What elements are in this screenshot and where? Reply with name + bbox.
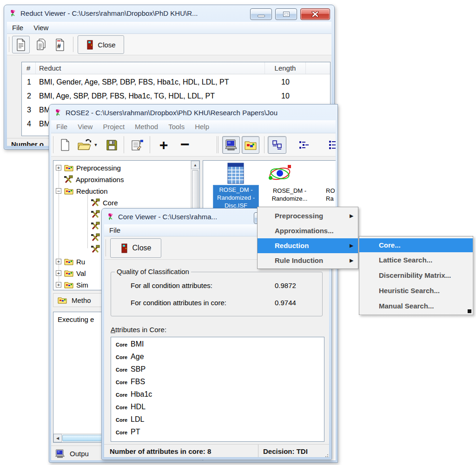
expand-plus-icon[interactable]: + <box>56 270 61 276</box>
menu-item-label: Approximations... <box>275 227 334 235</box>
small-icons-button[interactable] <box>295 136 312 154</box>
method-folder-icon <box>58 296 67 304</box>
list-item[interactable]: CoreAge <box>116 353 144 361</box>
method-folder-icon <box>64 164 73 171</box>
expand-plus-icon[interactable]: + <box>56 259 61 264</box>
atom-file-label[interactable]: ROSE_DM - Randomize... <box>264 187 315 203</box>
quality-row2-value: 0.9744 <box>275 299 296 307</box>
expand-plus-icon[interactable]: + <box>56 282 61 288</box>
core-prefix: Core <box>116 392 127 398</box>
submenu-item-manual-search[interactable]: Manual Search... <box>359 298 473 314</box>
save-button[interactable] <box>103 137 120 153</box>
tree-item-core[interactable]: Core <box>91 197 189 208</box>
list-item[interactable]: CoreHba1c <box>116 390 152 399</box>
collapse-minus-icon[interactable]: − <box>56 188 61 194</box>
list-item[interactable]: CoreHDL <box>116 403 145 411</box>
menu-item-reduction[interactable]: Reduction ▶ <box>258 238 358 253</box>
menu-file[interactable]: File <box>104 225 126 236</box>
minimize-button[interactable] <box>250 8 272 20</box>
core-attributes-listbox[interactable]: CoreBMI CoreAge CoreSBP CoreFBS CoreHba1… <box>111 337 324 442</box>
open-button[interactable]: ▼ <box>75 137 99 153</box>
new-project-button[interactable] <box>57 137 73 153</box>
menu-view[interactable]: View <box>28 22 53 33</box>
menu-project[interactable]: Project <box>98 121 130 132</box>
small-icons-icon <box>298 140 309 150</box>
menu-item-label: Discernibility Matrix... <box>379 271 451 279</box>
maximize-button[interactable] <box>275 8 297 20</box>
core-prefix: Core <box>116 367 127 373</box>
reduct-status-text: Number o <box>11 140 44 146</box>
menu-file[interactable]: File <box>7 22 28 33</box>
menu-help[interactable]: Help <box>190 121 214 132</box>
tools-icon <box>64 175 73 183</box>
copy-all-button[interactable] <box>32 36 49 53</box>
close-button[interactable] <box>300 8 330 20</box>
column-header-length[interactable]: Length <box>265 62 306 74</box>
core-prefix: Core <box>116 405 127 410</box>
isf-file-icon[interactable] <box>227 163 244 186</box>
show-numbers-button[interactable]: # <box>51 36 69 53</box>
scroll-up-icon[interactable]: ▲ <box>191 161 199 169</box>
resize-grip[interactable] <box>323 452 328 457</box>
column-header-empty[interactable] <box>306 62 330 74</box>
menu-item-approximations[interactable]: Approximations... <box>258 223 358 238</box>
tree-item-label: Val <box>76 269 86 277</box>
close-viewer-button[interactable]: Close <box>78 35 124 54</box>
document-icon <box>16 39 26 51</box>
tree-item-label: Sim <box>76 281 88 289</box>
show-project-button[interactable] <box>242 136 259 154</box>
large-icons-button[interactable] <box>268 136 286 154</box>
reduct-viewer-title: Reduct Viewer - C:\Users\rahman\Dropbox\… <box>20 9 198 17</box>
remove-button[interactable]: − <box>176 135 194 153</box>
row-num: 1 <box>22 78 36 86</box>
submenu-item-discernibility-matrix[interactable]: Discernibility Matrix... <box>359 268 473 283</box>
column-header-num[interactable]: # <box>22 62 36 74</box>
tree-item-approximations[interactable]: Approximations <box>64 174 189 184</box>
menu-method[interactable]: Method <box>130 121 163 132</box>
scroll-left-icon[interactable]: ◀ <box>53 434 62 442</box>
list-view-button[interactable] <box>324 136 336 154</box>
list-icon <box>328 140 336 150</box>
table-row[interactable]: 1 BMI, Gender, Age, SBP, DBP, FBS, Hba1c… <box>22 75 330 89</box>
atom-file-icon[interactable] <box>267 164 292 186</box>
quality-group-box: Quality of Classification For all condit… <box>111 272 323 316</box>
add-button[interactable]: + <box>154 136 173 154</box>
isf-file-label[interactable]: ROSE_DM - Randomized - Disc.ISF <box>213 185 259 210</box>
maximize-icon <box>283 12 290 17</box>
rose2-titlebar[interactable]: ROSE2 - C:\Users\rahman\Dropbox\PhD KHU\… <box>49 105 337 120</box>
label-line: Ra <box>326 195 336 203</box>
svg-text:#: # <box>57 42 61 50</box>
column-header-reduct[interactable]: Reduct <box>36 62 265 74</box>
reduction-submenu: Core... Lattice Search... Discernibility… <box>359 236 473 315</box>
tree-item-reduction[interactable]: − Reduction <box>56 186 189 196</box>
rose-icon <box>9 9 17 17</box>
open-dropdown-icon[interactable]: ▼ <box>94 143 98 147</box>
submenu-arrow-icon: ▶ <box>350 209 353 223</box>
submenu-item-heuristic-search[interactable]: Heuristic Search... <box>359 283 473 298</box>
menu-file[interactable]: File <box>51 121 73 132</box>
menu-view[interactable]: View <box>73 121 98 132</box>
expand-plus-icon[interactable]: + <box>56 165 61 170</box>
clipped-file-label[interactable]: RO Ra <box>326 187 336 203</box>
show-output-button[interactable] <box>222 136 240 154</box>
list-item[interactable]: CoreBMI <box>116 340 144 348</box>
list-item[interactable]: CorePT <box>116 428 140 436</box>
list-item[interactable]: CoreSBP <box>116 365 145 373</box>
menu-item-label: Lattice Search... <box>379 256 432 264</box>
menu-item-rule-induction[interactable]: Rule Induction ▶ <box>258 253 358 268</box>
list-item[interactable]: CoreLDL <box>116 415 144 424</box>
menu-item-preprocessing[interactable]: Preprocessing ▶ <box>258 209 358 223</box>
submenu-item-core[interactable]: Core... <box>359 238 473 252</box>
tree-item-preprocessing[interactable]: + Preprocessing <box>56 163 189 173</box>
label-line: Randomized - <box>215 194 257 202</box>
table-row[interactable]: 2 BMI, Age, SBP, DBP, FBS, Hba1c, TG, HD… <box>22 89 330 103</box>
core-prefix: Core <box>116 380 127 385</box>
close-viewer-button[interactable]: Close <box>110 238 161 258</box>
properties-button[interactable] <box>128 137 146 153</box>
attributes-label: Attributes in Core: <box>111 326 166 334</box>
list-item[interactable]: CoreFBS <box>116 378 145 386</box>
submenu-item-lattice-search[interactable]: Lattice Search... <box>359 252 473 268</box>
view-reduct-button[interactable] <box>12 36 30 53</box>
rose2-status-text: Outpu <box>70 450 89 458</box>
menu-tools[interactable]: Tools <box>163 121 190 132</box>
